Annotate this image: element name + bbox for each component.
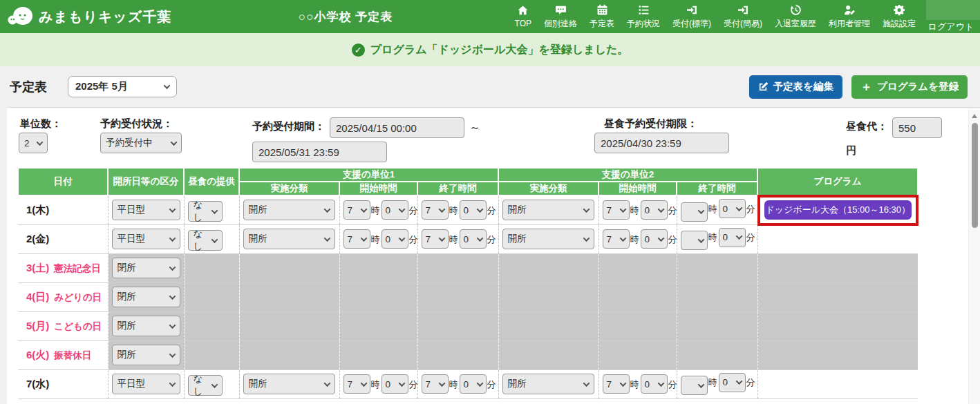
closed-cell — [184, 311, 239, 340]
schedule-panel: 単位数： 2 予約受付状況： 予約受付中 予約受付期間： 2025/04/15 … — [7, 107, 980, 404]
nav-item-facility-settings[interactable]: 施設設定 — [876, 0, 922, 33]
day-category-select[interactable]: 閉所 — [112, 258, 180, 278]
header-unit1-class: 実施分類 — [239, 182, 339, 195]
chevron-down-icon — [211, 207, 218, 214]
header-unit2: 支援の単位2 — [498, 168, 757, 182]
chevron-down-icon — [583, 235, 590, 242]
closed-cell — [677, 311, 757, 340]
unit1-start-minute-select[interactable]: 0 — [381, 229, 408, 249]
lunch-select[interactable]: なし — [188, 201, 223, 222]
unit2-start-hour-select[interactable]: 7 — [603, 374, 630, 394]
chevron-down-icon — [398, 206, 405, 213]
unit1-start-hour-select[interactable]: 7 — [343, 229, 370, 249]
program-button[interactable]: ドッジボール大会（15:00～16:30） — [764, 200, 912, 220]
unit2-start-hour-select[interactable]: 7 — [603, 229, 630, 249]
day-category-select[interactable]: 閉所 — [112, 345, 180, 365]
unit2-start-hour-select[interactable]: 7 — [603, 200, 630, 220]
nav-item-schedule[interactable]: 予定表 — [583, 0, 621, 33]
chevron-down-icon — [476, 206, 483, 213]
nav-item-reservation-status[interactable]: 予約状況 — [621, 0, 666, 33]
nav-item-reception-standard[interactable]: 受付(標準) — [666, 0, 717, 33]
schedule-row-closed: 6(火)振替休日 閉所 — [18, 340, 918, 369]
unit1-end-minute-select[interactable]: 0 — [460, 374, 487, 394]
unit2-end-hour-select[interactable] — [681, 202, 708, 222]
closed-cell — [498, 253, 599, 282]
period-to-input[interactable]: 2025/05/31 23:59 — [252, 142, 387, 162]
highlight-box: ドッジボール大会（15:00～16:30） — [757, 195, 919, 226]
closed-cell — [417, 340, 498, 369]
unit2-class-select[interactable]: 開所 — [502, 229, 594, 249]
unit1-class-select[interactable]: 開所 — [243, 229, 335, 249]
scrollbar-thumb[interactable] — [972, 123, 978, 228]
closed-cell — [599, 311, 677, 340]
unit-count-select[interactable]: 2 — [19, 133, 48, 153]
logout-button[interactable]: ログアウト — [922, 0, 980, 33]
unit1-end-hour-select[interactable]: 7 — [422, 229, 449, 249]
unit2-end-minute-select[interactable]: 0 — [719, 228, 746, 247]
chevron-down-icon — [169, 380, 176, 387]
month-select[interactable]: 2025年 5月 — [68, 76, 177, 97]
reservation-status-select[interactable]: 予約受付中 — [100, 133, 182, 153]
lunch-select[interactable]: なし — [188, 375, 223, 396]
vertical-scrollbar[interactable] — [968, 108, 980, 404]
closed-cell — [339, 253, 417, 282]
chevron-down-icon — [171, 139, 178, 146]
unit1-end-minute-select[interactable]: 0 — [460, 229, 487, 249]
chevron-down-icon — [583, 380, 590, 387]
day-category-select[interactable]: 平日型 — [112, 229, 180, 249]
nav-item-top[interactable]: TOP — [509, 0, 538, 33]
holiday-label: みどりの日 — [54, 292, 102, 302]
schedule-row-closed: 3(土)憲法記念日 閉所 — [18, 253, 918, 282]
register-program-button[interactable]: ＋ プログラムを登録 — [851, 75, 968, 99]
schedule-row: 2(金) 平日型 なし 開所 7時0分 7時0分 開所 7時0分 時0分 — [18, 224, 918, 253]
scroll-up-arrow-icon[interactable] — [972, 114, 977, 118]
lunch-fee-input[interactable]: 550 — [892, 117, 942, 138]
unit2-end-hour-select[interactable] — [681, 231, 708, 250]
unit2-end-minute-select[interactable]: 0 — [719, 199, 746, 218]
logout-box — [926, 0, 980, 20]
period-from-input[interactable]: 2025/04/15 00:00 — [330, 117, 464, 138]
unit2-start-minute-select[interactable]: 0 — [641, 229, 668, 249]
sign-in-icon — [686, 4, 698, 16]
brand-logo[interactable]: みまもりキッズ千葉 — [0, 5, 171, 28]
lunch-deadline-input[interactable]: 2025/04/30 23:59 — [594, 133, 729, 153]
unit2-class-select[interactable]: 開所 — [502, 200, 594, 220]
header-unit2-start: 開始時間 — [599, 182, 677, 195]
unit1-start-minute-select[interactable]: 0 — [381, 374, 408, 394]
closed-cell — [417, 282, 498, 311]
chevron-down-icon — [476, 380, 483, 387]
chat-icon — [555, 4, 567, 16]
unit1-class-select[interactable]: 開所 — [243, 374, 335, 394]
unit2-class-select[interactable]: 開所 — [502, 374, 594, 394]
home-icon — [517, 5, 529, 17]
chevron-down-icon — [438, 206, 445, 213]
day-category-select[interactable]: 平日型 — [112, 200, 180, 220]
day-category-select[interactable]: 平日型 — [112, 374, 180, 394]
unit1-start-minute-select[interactable]: 0 — [381, 200, 408, 220]
chevron-down-icon — [211, 236, 218, 243]
unit1-end-minute-select[interactable]: 0 — [460, 200, 487, 220]
lunch-select[interactable]: なし — [188, 230, 223, 251]
nav-item-entry-exit-history[interactable]: 入退室履歴 — [769, 0, 822, 33]
unit1-start-hour-select[interactable]: 7 — [343, 374, 370, 394]
nav-item-user-management[interactable]: 利用者管理 — [822, 0, 876, 33]
unit2-end-hour-select[interactable] — [681, 376, 708, 395]
nav-item-individual-contact[interactable]: 個別連絡 — [538, 0, 583, 33]
day-category-select[interactable]: 閉所 — [112, 287, 180, 307]
unit1-end-hour-select[interactable]: 7 — [422, 374, 449, 394]
unit1-class-select[interactable]: 開所 — [243, 200, 335, 220]
date-label: 4(日) — [26, 291, 49, 302]
unit1-start-hour-select[interactable]: 7 — [343, 200, 370, 220]
closed-cell — [184, 282, 239, 311]
chevron-down-icon — [323, 235, 330, 242]
closed-cell — [339, 340, 417, 369]
unit2-start-minute-select[interactable]: 0 — [641, 200, 668, 220]
nav-item-reception-simple[interactable]: 受付(簡易) — [717, 0, 769, 33]
day-category-select[interactable]: 閉所 — [112, 316, 180, 336]
unit1-end-hour-select[interactable]: 7 — [422, 200, 449, 220]
unit2-start-minute-select[interactable]: 0 — [641, 374, 668, 394]
unit2-end-minute-select[interactable]: 0 — [719, 373, 746, 392]
edit-schedule-button[interactable]: 予定表を編集 — [749, 75, 842, 99]
closed-cell — [599, 340, 677, 369]
settings-strip: 単位数： 2 予約受付状況： 予約受付中 予約受付期間： 2025/04/15 … — [7, 117, 980, 156]
